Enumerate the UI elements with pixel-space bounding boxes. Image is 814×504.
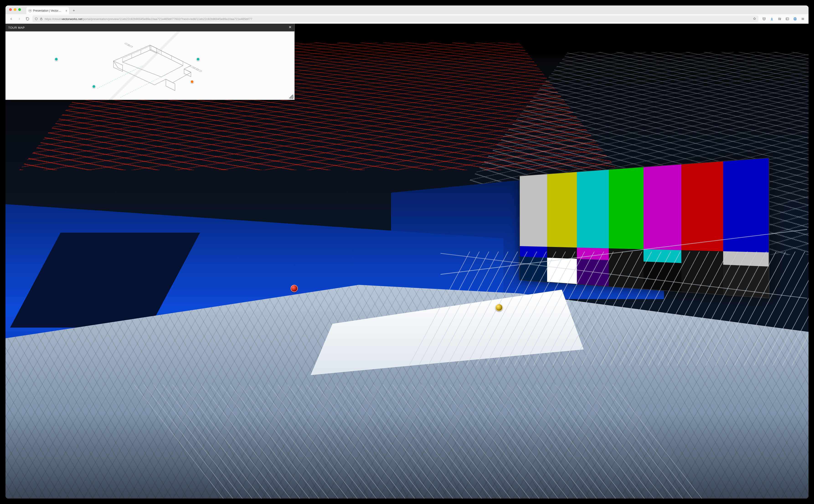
smpte-bar	[577, 259, 609, 286]
smpte-bar	[609, 248, 644, 261]
tab-strip: ◈ Presentation | Vectorworks Clou… × ＋	[5, 5, 809, 14]
tab-close-button[interactable]: ×	[65, 9, 67, 12]
svg-rect-1	[786, 18, 789, 20]
svg-rect-0	[40, 19, 42, 20]
presentation-viewport[interactable]: TOUR MAP	[5, 24, 809, 499]
smpte-bar	[723, 158, 769, 252]
nav-reload-button[interactable]	[24, 15, 31, 22]
smpte-bar	[682, 263, 723, 295]
tour-map-close-button[interactable]	[289, 25, 292, 30]
browser-tab-active[interactable]: ◈ Presentation | Vectorworks Clou… ×	[26, 7, 69, 14]
library-icon[interactable]	[776, 15, 783, 22]
smpte-bar	[520, 246, 547, 257]
smpte-bar	[723, 265, 769, 298]
tour-map-resize-handle[interactable]	[290, 95, 294, 99]
tour-map-wireframe	[5, 31, 295, 100]
tour-map-panel: TOUR MAP	[5, 24, 295, 100]
downloads-icon[interactable]	[768, 15, 775, 22]
smpte-bar	[577, 247, 609, 260]
url-text: https://cloud.vectorworks.net/portal/pre…	[45, 17, 751, 21]
smpte-bar	[644, 249, 681, 263]
tracking-shield-icon[interactable]	[35, 17, 38, 20]
smpte-bar	[682, 161, 723, 251]
tour-map-header[interactable]: TOUR MAP	[5, 24, 295, 31]
smpte-bar	[547, 257, 577, 284]
window-zoom-button[interactable]	[18, 8, 21, 11]
window-frame: ◈ Presentation | Vectorworks Clou… × ＋	[5, 5, 809, 499]
nav-forward-button[interactable]	[16, 15, 23, 22]
smpte-bar	[644, 164, 681, 250]
smpte-bar	[547, 247, 577, 259]
smpte-bar	[644, 261, 681, 291]
smpte-bar	[520, 174, 547, 247]
tour-map-hotspot[interactable]	[196, 57, 200, 61]
smpte-bar	[682, 250, 723, 265]
smpte-bar	[609, 167, 644, 249]
tab-title: Presentation | Vectorworks Clou…	[33, 9, 63, 12]
lock-icon[interactable]	[40, 17, 43, 20]
toolbar-right-icons	[761, 15, 806, 22]
url-bar[interactable]: https://cloud.vectorworks.net/portal/pre…	[32, 15, 758, 22]
new-tab-button[interactable]: ＋	[71, 7, 77, 14]
tab-favicon-icon: ◈	[28, 9, 32, 12]
svg-point-3	[795, 18, 796, 19]
tour-map-body[interactable]	[5, 31, 295, 100]
sidebar-toggle-icon[interactable]	[784, 15, 791, 22]
browser-chrome: ◈ Presentation | Vectorworks Clou… × ＋	[5, 5, 809, 24]
smpte-bar	[577, 170, 609, 248]
bookmark-star-icon[interactable]	[753, 17, 756, 21]
reader-pocket-icon[interactable]	[761, 15, 768, 22]
smpte-bar	[547, 172, 577, 247]
tour-map-title: TOUR MAP	[8, 26, 25, 29]
scene-hotspot-yellow[interactable]	[495, 304, 503, 311]
window-controls	[9, 8, 21, 11]
browser-toolbar: https://cloud.vectorworks.net/portal/pre…	[5, 14, 809, 24]
smpte-bar	[609, 260, 644, 289]
smpte-bar	[723, 251, 769, 266]
led-wall-smpte	[519, 157, 769, 298]
app-menu-icon[interactable]	[799, 15, 806, 22]
nav-back-button[interactable]	[8, 15, 15, 22]
smpte-bar	[520, 256, 547, 282]
account-icon[interactable]	[792, 15, 799, 22]
window-close-button[interactable]	[9, 8, 12, 11]
window-minimize-button[interactable]	[14, 8, 16, 11]
